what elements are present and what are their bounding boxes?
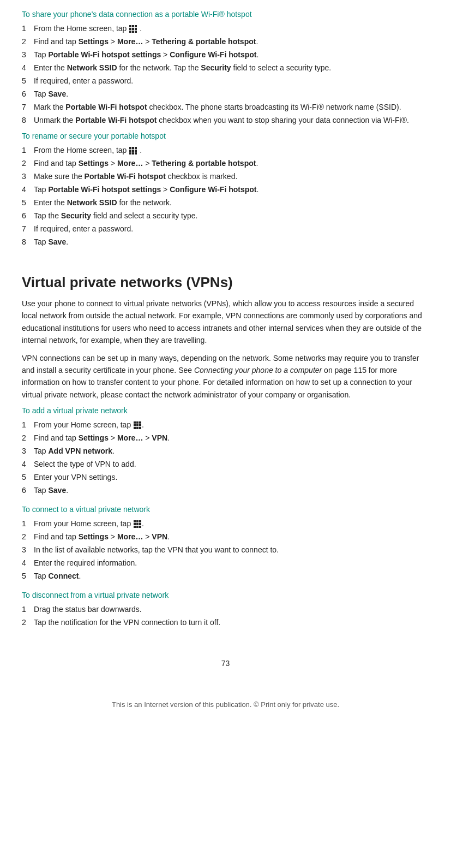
section-heading-connect-vpn: To connect to a virtual private network (22, 505, 429, 514)
grid-icon (129, 147, 137, 154)
step-content: Select the type of VPN to add. (34, 459, 429, 470)
list-item: 5Enter the Network SSID for the network. (22, 197, 429, 209)
steps-list-rename-hotspot: 1From the Home screen, tap .2Find and ta… (22, 145, 429, 248)
step-number: 6 (22, 485, 34, 496)
list-item: 3In the list of available networks, tap … (22, 544, 429, 556)
list-item: 6Tap Save. (22, 485, 429, 496)
page-number: 73 (22, 659, 429, 668)
section-add-vpn: To add a virtual private network1From yo… (22, 406, 429, 496)
section-share-hotspot: To share your phone's data connection as… (22, 10, 429, 126)
step-number: 2 (22, 158, 34, 169)
list-item: 2Tap the notification for the VPN connec… (22, 617, 429, 628)
section-rename-hotspot: To rename or secure your portable hotspo… (22, 132, 429, 248)
step-number: 3 (22, 49, 34, 61)
vpn-main-heading: Virtual private networks (VPNs) (22, 274, 429, 291)
vpn-para-1: Use your phone to connect to virtual pri… (22, 298, 429, 347)
step-number: 2 (22, 36, 34, 47)
step-content: Tap the notification for the VPN connect… (34, 617, 429, 628)
list-item: 5Enter your VPN settings. (22, 472, 429, 483)
step-number: 1 (22, 419, 34, 431)
list-item: 2Find and tap Settings > More… > VPN. (22, 531, 429, 543)
step-content: Enter the required information. (34, 557, 429, 569)
list-item: 4Enter the required information. (22, 557, 429, 569)
step-number: 8 (22, 236, 34, 248)
list-item: 2Find and tap Settings > More… > Tetheri… (22, 36, 429, 47)
vpn-para-2: VPN connections can be set up in many wa… (22, 352, 429, 401)
step-content: From the Home screen, tap . (34, 145, 429, 156)
step-number: 2 (22, 531, 34, 543)
section-connect-vpn: To connect to a virtual private network1… (22, 505, 429, 582)
step-number: 7 (22, 223, 34, 235)
list-item: 2Find and tap Settings > More… > VPN. (22, 432, 429, 444)
step-content: From the Home screen, tap . (34, 23, 429, 34)
step-content: Drag the status bar downwards. (34, 604, 429, 615)
step-content: Enter your VPN settings. (34, 472, 429, 483)
list-item: 3Tap Portable Wi-Fi hotspot settings > C… (22, 49, 429, 61)
step-content: Tap Save. (34, 88, 429, 100)
step-content: Make sure the Portable Wi-Fi hotspot che… (34, 171, 429, 182)
step-content: From your Home screen, tap . (34, 419, 429, 431)
step-number: 1 (22, 604, 34, 615)
step-content: Tap Connect. (34, 570, 429, 582)
step-number: 1 (22, 518, 34, 530)
step-content: Mark the Portable Wi-Fi hotspot checkbox… (34, 102, 429, 113)
step-content: Enter the Network SSID for the network. (34, 197, 429, 209)
list-item: 1From the Home screen, tap . (22, 145, 429, 156)
step-number: 3 (22, 445, 34, 457)
step-content: If required, enter a password. (34, 223, 429, 235)
step-number: 1 (22, 23, 34, 34)
step-number: 3 (22, 544, 34, 556)
section-heading-disconnect-vpn: To disconnect from a virtual private net… (22, 591, 429, 599)
step-content: Unmark the Portable Wi-Fi hotspot checkb… (34, 115, 429, 126)
steps-list-disconnect-vpn: 1Drag the status bar downwards.2Tap the … (22, 604, 429, 628)
step-content: Find and tap Settings > More… > Tetherin… (34, 158, 429, 169)
section-heading-add-vpn: To add a virtual private network (22, 406, 429, 415)
list-item: 7If required, enter a password. (22, 223, 429, 235)
section-heading-rename-hotspot: To rename or secure your portable hotspo… (22, 132, 429, 140)
list-item: 1From the Home screen, tap . (22, 23, 429, 34)
step-number: 7 (22, 102, 34, 113)
step-number: 4 (22, 62, 34, 74)
step-content: If required, enter a password. (34, 75, 429, 87)
list-item: 1From your Home screen, tap . (22, 518, 429, 530)
section-heading-share-hotspot: To share your phone's data connection as… (22, 10, 429, 19)
step-number: 2 (22, 432, 34, 444)
step-number: 3 (22, 171, 34, 182)
steps-list-share-hotspot: 1From the Home screen, tap .2Find and ta… (22, 23, 429, 126)
grid-icon (134, 421, 141, 429)
list-item: 7Mark the Portable Wi-Fi hotspot checkbo… (22, 102, 429, 113)
list-item: 8Unmark the Portable Wi-Fi hotspot check… (22, 115, 429, 126)
steps-list-add-vpn: 1From your Home screen, tap .2Find and t… (22, 419, 429, 496)
step-number: 2 (22, 617, 34, 628)
step-number: 4 (22, 557, 34, 569)
footer-text: This is an Internet version of this publ… (22, 700, 429, 709)
step-content: Tap the Security field and select a secu… (34, 210, 429, 222)
list-item: 1Drag the status bar downwards. (22, 604, 429, 615)
list-item: 3Make sure the Portable Wi-Fi hotspot ch… (22, 171, 429, 182)
list-item: 2Find and tap Settings > More… > Tetheri… (22, 158, 429, 169)
step-number: 1 (22, 145, 34, 156)
step-number: 4 (22, 184, 34, 195)
list-item: 1From your Home screen, tap . (22, 419, 429, 431)
step-content: Tap Portable Wi-Fi hotspot settings > Co… (34, 49, 429, 61)
list-item: 5Tap Connect. (22, 570, 429, 582)
list-item: 6Tap Save. (22, 88, 429, 100)
list-item: 6Tap the Security field and select a sec… (22, 210, 429, 222)
step-content: Enter the Network SSID for the network. … (34, 62, 429, 74)
step-number: 8 (22, 115, 34, 126)
section-disconnect-vpn: To disconnect from a virtual private net… (22, 591, 429, 628)
step-content: Tap Save. (34, 485, 429, 496)
step-number: 5 (22, 472, 34, 483)
list-item: 4Tap Portable Wi-Fi hotspot settings > C… (22, 184, 429, 195)
step-content: Tap Portable Wi-Fi hotspot settings > Co… (34, 184, 429, 195)
list-item: 5If required, enter a password. (22, 75, 429, 87)
step-content: Find and tap Settings > More… > Tetherin… (34, 36, 429, 47)
step-number: 5 (22, 570, 34, 582)
grid-icon (134, 520, 141, 528)
steps-list-connect-vpn: 1From your Home screen, tap .2Find and t… (22, 518, 429, 582)
step-content: From your Home screen, tap . (34, 518, 429, 530)
step-number: 4 (22, 459, 34, 470)
list-item: 4Enter the Network SSID for the network.… (22, 62, 429, 74)
step-number: 5 (22, 75, 34, 87)
step-number: 5 (22, 197, 34, 209)
